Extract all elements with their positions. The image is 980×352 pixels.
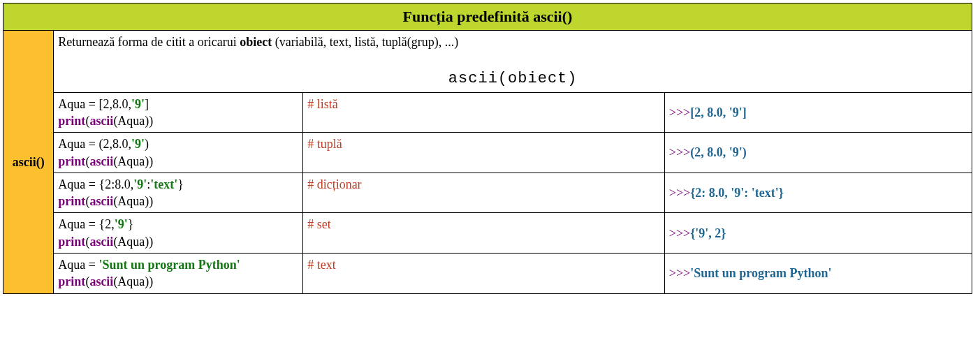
comment-cell: # tuplă	[303, 133, 665, 173]
code-text: Aqua = (2,8.0,	[58, 137, 131, 151]
function-name-cell: ascii()	[3, 30, 54, 293]
code-cell: Aqua = [2,8.0,'9'] print(ascii(Aqua))	[54, 92, 303, 133]
code-text: }	[177, 177, 184, 191]
ascii-doc-table: Funcția predefinită ascii() ascii() Retu…	[3, 3, 972, 294]
desc-text-before: Returnează forma de citit a oricarui	[58, 35, 240, 49]
output-cell: >>>{2: 8.0, '9': 'text'}	[664, 173, 972, 213]
example-row-text: Aqua = 'Sunt un program Python' print(as…	[3, 254, 972, 294]
desc-bold: obiect	[240, 35, 272, 49]
code-text: (Aqua))	[113, 235, 153, 249]
string-literal: '9'	[115, 217, 128, 231]
fn-ascii: ascii	[89, 154, 113, 168]
code-cell: Aqua = (2,8.0,'9') print(ascii(Aqua))	[54, 133, 303, 173]
comment: # tuplă	[307, 137, 342, 151]
code-text: Aqua = {2:8.0,	[58, 177, 133, 191]
example-row-list: Aqua = [2,8.0,'9'] print(ascii(Aqua)) # …	[3, 92, 972, 133]
code-cell: Aqua = {2:8.0,'9':'text'} print(ascii(Aq…	[54, 173, 303, 213]
code-text: )	[145, 137, 149, 151]
output-cell: >>>'Sunt un program Python'	[664, 254, 972, 294]
keyword-print: print	[58, 154, 85, 168]
code-text: Aqua = [2,8.0,	[58, 97, 131, 111]
desc-text-after: (variabilă, text, listă, tuplă(grup), ..…	[272, 35, 458, 49]
output-cell: >>>[2, 8.0, '9']	[664, 92, 972, 133]
keyword-print: print	[58, 114, 85, 128]
example-row-tuple: Aqua = (2,8.0,'9') print(ascii(Aqua)) # …	[3, 133, 972, 173]
description-cell: Returnează forma de citit a oricarui obi…	[54, 30, 972, 92]
comment: # listă	[307, 97, 338, 111]
keyword-print: print	[58, 194, 85, 208]
keyword-print: print	[58, 274, 85, 288]
doc-title: Funcția predefinită ascii()	[3, 3, 972, 31]
comment-cell: # text	[303, 254, 665, 294]
code-cell: Aqua = {2,'9'} print(ascii(Aqua))	[54, 213, 303, 254]
comment: # text	[307, 258, 336, 272]
string-literal: 'Sunt un program Python'	[99, 258, 240, 272]
repl-prompt: >>>	[669, 186, 690, 200]
syntax-line: ascii(obiect)	[58, 68, 967, 89]
repl-prompt: >>>	[669, 266, 690, 280]
code-text: (Aqua))	[113, 114, 153, 128]
comment-cell: # set	[303, 213, 665, 254]
code-line-assign: Aqua = [2,8.0,'9']	[58, 96, 298, 112]
repl-prompt: >>>	[669, 105, 690, 119]
output-value: {2: 8.0, '9': 'text'}	[690, 186, 784, 200]
comment-cell: # listă	[303, 92, 665, 133]
string-literal: '9'	[131, 137, 145, 151]
comment: # set	[307, 217, 331, 231]
code-text: (Aqua))	[113, 154, 153, 168]
header-row: Funcția predefinită ascii()	[3, 3, 972, 31]
string-literal: 'text'	[150, 177, 177, 191]
comment-cell: # dicționar	[303, 173, 665, 213]
string-literal: '9'	[131, 97, 145, 111]
code-text: Aqua = {2,	[58, 217, 114, 231]
code-text: (Aqua))	[113, 194, 153, 208]
example-row-set: Aqua = {2,'9'} print(ascii(Aqua)) # set …	[3, 213, 972, 254]
string-literal: '9'	[133, 177, 147, 191]
output-value: [2, 8.0, '9']	[690, 105, 747, 119]
code-text: ]	[145, 97, 149, 111]
fn-ascii: ascii	[89, 114, 113, 128]
output-cell: >>>{'9', 2}	[664, 213, 972, 254]
code-line-print: print(ascii(Aqua))	[58, 112, 298, 129]
code-text: (Aqua))	[113, 274, 153, 288]
description-row: ascii() Returnează forma de citit a oric…	[3, 30, 972, 92]
comment: # dicționar	[307, 177, 361, 191]
repl-prompt: >>>	[669, 226, 690, 240]
code-cell: Aqua = 'Sunt un program Python' print(as…	[54, 254, 303, 294]
code-text: Aqua =	[58, 258, 98, 272]
fn-ascii: ascii	[89, 274, 113, 288]
output-value: (2, 8.0, '9')	[690, 145, 747, 159]
output-value: {'9', 2}	[690, 226, 726, 240]
output-value: 'Sunt un program Python'	[690, 266, 831, 280]
fn-ascii: ascii	[89, 194, 113, 208]
fn-ascii: ascii	[89, 235, 113, 249]
repl-prompt: >>>	[669, 145, 690, 159]
example-row-dict: Aqua = {2:8.0,'9':'text'} print(ascii(Aq…	[3, 173, 972, 213]
output-cell: >>>(2, 8.0, '9')	[664, 133, 972, 173]
code-text: }	[128, 217, 134, 231]
keyword-print: print	[58, 235, 85, 249]
